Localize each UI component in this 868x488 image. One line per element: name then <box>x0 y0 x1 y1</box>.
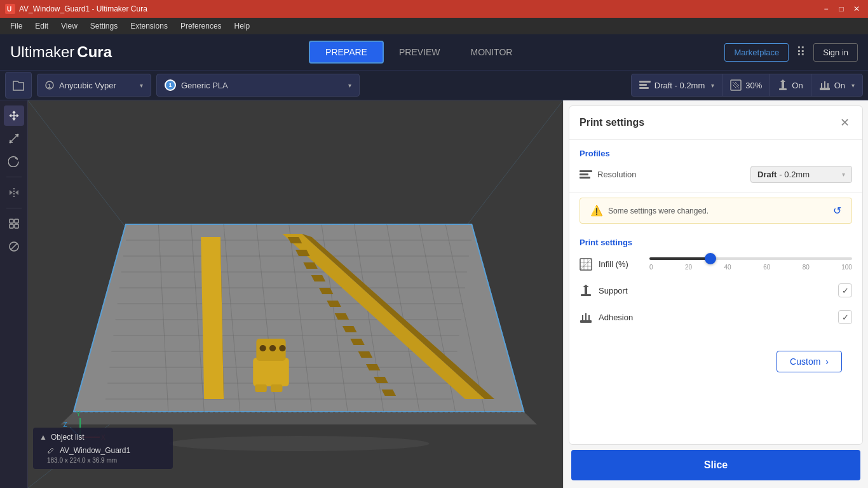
svg-rect-13 <box>10 219 13 223</box>
object-list: ▲ Object list AV_Window_Guard1 183.0 x 2… <box>33 428 173 469</box>
svg-rect-15 <box>10 224 13 228</box>
resolution-selector[interactable]: Draft - 0.2mm ▾ <box>750 166 852 183</box>
adhesion-row: Adhesion ✓ <box>580 310 852 324</box>
minimize-button[interactable]: − <box>820 3 832 15</box>
infill-value: 30% <box>745 81 762 90</box>
toolbar-row: 1 Anycubic Vyper ▾ 1 Generic PLA ▾ Draft… <box>0 70 868 100</box>
print-settings-panel: Print settings ✕ Profiles Resolution Dra… <box>569 105 863 445</box>
svg-text:Y: Y <box>76 410 81 417</box>
material-selector[interactable]: 1 Generic PLA ▾ <box>156 74 360 97</box>
infill-slider-track[interactable] <box>649 257 852 260</box>
profile-section[interactable]: Draft - 0.2mm ▾ <box>632 74 722 96</box>
per-model-settings-tool[interactable] <box>4 214 24 234</box>
adhesion-value: On <box>834 81 845 90</box>
rotate-tool[interactable] <box>4 151 24 172</box>
window-controls: − □ ✕ <box>820 3 863 15</box>
support-blocker-tool[interactable] <box>4 236 24 257</box>
material-number-badge: 1 <box>165 79 176 91</box>
slider-labels: 0 20 40 60 80 100 <box>649 264 852 271</box>
support-label: Support <box>599 286 643 295</box>
resolution-dropdown-arrow: ▾ <box>842 171 845 178</box>
svg-point-11 <box>9 142 11 144</box>
file-open-button[interactable] <box>5 72 32 98</box>
svg-point-66 <box>269 345 276 351</box>
close-button[interactable]: ✕ <box>850 3 863 15</box>
resolution-draft: Draft <box>757 170 776 179</box>
svg-marker-44 <box>60 412 537 424</box>
adhesion-dropdown-arrow[interactable]: ▾ <box>851 82 855 89</box>
adhesion-setting-icon <box>580 311 592 323</box>
app-icon: U <box>5 4 15 14</box>
warning-icon: ⚠️ <box>590 205 603 217</box>
main-header: Ultimaker Cura PREPARE PREVIEW MONITOR M… <box>0 34 868 70</box>
slider-fill <box>649 257 710 260</box>
infill-section[interactable]: 30% <box>722 74 770 96</box>
reset-button[interactable]: ↺ <box>833 205 841 217</box>
viewport[interactable]: X Y Z ▲ Object list AV_Window_Guard1 183… <box>28 100 563 488</box>
adhesion-section[interactable]: On ▾ <box>811 74 862 96</box>
svg-rect-69 <box>271 384 282 392</box>
support-section[interactable]: On <box>770 74 811 96</box>
profile-name: Draft - 0.2mm <box>654 81 705 90</box>
svg-rect-14 <box>15 219 18 223</box>
sign-in-button[interactable]: Sign in <box>813 43 858 62</box>
svg-point-12 <box>17 134 18 136</box>
tab-prepare[interactable]: PREPARE <box>309 41 384 64</box>
mirror-tool[interactable] <box>4 182 24 203</box>
warning-left: ⚠️ Some settings were changed. <box>590 205 709 217</box>
resolution-suffix: - 0.2mm <box>779 170 810 179</box>
profile-dropdown-arrow[interactable]: ▾ <box>711 82 714 89</box>
right-panel: Print settings ✕ Profiles Resolution Dra… <box>563 100 868 488</box>
slider-label-0: 0 <box>649 264 653 271</box>
slice-button[interactable]: Slice <box>571 450 860 480</box>
header-right: Marketplace ⠿ Sign in <box>724 43 858 62</box>
tab-monitor[interactable]: MONITOR <box>456 42 528 62</box>
printer-dropdown-arrow: ▾ <box>140 82 143 89</box>
svg-point-45 <box>168 436 430 451</box>
list-item[interactable]: AV_Window_Guard1 <box>33 444 173 457</box>
marketplace-button[interactable]: Marketplace <box>724 43 789 62</box>
menu-edit[interactable]: Edit <box>30 20 53 32</box>
menu-file[interactable]: File <box>5 20 27 32</box>
scale-tool[interactable] <box>4 128 24 149</box>
main-content: X Y Z ▲ Object list AV_Window_Guard1 183… <box>0 100 868 488</box>
app-logo: Ultimaker Cura <box>10 43 112 61</box>
custom-button[interactable]: Custom › <box>776 351 842 372</box>
menu-help[interactable]: Help <box>229 20 255 32</box>
apps-grid-icon[interactable]: ⠿ <box>796 44 806 60</box>
tool-separator-2 <box>6 208 22 208</box>
profile-icon <box>639 81 651 90</box>
support-setting-icon <box>580 284 592 297</box>
menu-preferences[interactable]: Preferences <box>175 20 227 32</box>
svg-marker-47 <box>201 237 224 399</box>
support-checkbox[interactable]: ✓ <box>838 283 852 297</box>
adhesion-checkbox[interactable]: ✓ <box>838 310 852 324</box>
tab-preview[interactable]: PREVIEW <box>384 42 456 62</box>
move-tool[interactable] <box>4 105 24 126</box>
infill-row: Infill (%) 0 20 40 60 <box>580 257 852 271</box>
print-settings-section: Print settings Infill (%) <box>569 229 862 346</box>
menu-view[interactable]: View <box>56 20 83 32</box>
slider-label-80: 80 <box>803 264 810 271</box>
resolution-label: Resolution <box>597 170 745 179</box>
warning-text: Some settings were changed. <box>608 207 709 215</box>
infill-icon <box>730 79 742 91</box>
slider-label-20: 20 <box>685 264 692 271</box>
profiles-section: Profiles Resolution Draft - 0.2mm ▾ <box>569 140 862 193</box>
logo-cura: Cura <box>77 43 112 61</box>
object-list-toggle[interactable]: ▲ Object list <box>33 430 173 444</box>
window-title: AV_Window_Guard1 - Ultimaker Cura <box>19 4 147 13</box>
printer-selector[interactable]: 1 Anycubic Vyper ▾ <box>37 74 151 97</box>
object-dimensions: 183.0 x 224.0 x 36.9 mm <box>33 457 173 466</box>
menu-settings[interactable]: Settings <box>85 20 123 32</box>
infill-label: Infill (%) <box>599 259 643 269</box>
panel-header: Print settings ✕ <box>569 106 862 140</box>
svg-text:U: U <box>7 6 11 13</box>
panel-close-button[interactable]: ✕ <box>837 115 852 130</box>
support-icon <box>778 79 788 91</box>
slider-label-60: 60 <box>763 264 770 271</box>
infill-slider-thumb[interactable] <box>705 253 716 264</box>
maximize-button[interactable]: □ <box>835 3 848 15</box>
menu-extensions[interactable]: Extensions <box>125 20 173 32</box>
resolution-icon <box>580 170 592 179</box>
